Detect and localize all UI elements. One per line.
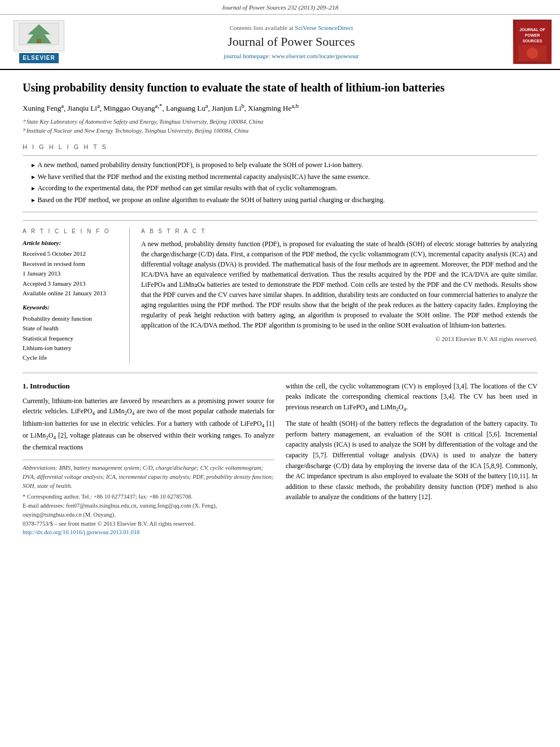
accepted-date: Accepted 3 January 2013 — [23, 279, 121, 288]
doi-link[interactable]: http://dx.doi.org/10.1016/j.jpowsour.201… — [23, 528, 274, 537]
abstract-column: A B S T R A C T A new method, probabilit… — [141, 228, 537, 364]
highlight-item-1: A new method, named probability density … — [28, 160, 537, 170]
highlight-item-3: According to the experimental data, the … — [28, 184, 537, 193]
keyword-4: Lithium-ion battery — [23, 344, 121, 352]
journal-homepage: journal homepage: www.elsevier.com/locat… — [76, 52, 507, 60]
svg-point-9 — [527, 47, 538, 59]
issn-note: 0378-7753/$ – see front matter © 2013 El… — [23, 519, 274, 528]
affiliation-a: ᵃ State Key Laboratory of Automotive Saf… — [23, 117, 537, 126]
highlights-label: H I G H L I G H T S — [23, 143, 537, 151]
introduction-paragraph-2: within the cell, the cyclic voltammogram… — [286, 381, 537, 414]
introduction-paragraph-1: Currently, lithium-ion batteries are fav… — [23, 396, 274, 453]
abstract-text: A new method, probability density functi… — [141, 239, 537, 330]
online-date: Available online 21 January 2013 — [23, 289, 121, 298]
journal-header: ELSEVIER Contents lists available at Sci… — [0, 15, 560, 70]
history-label: Article history: — [23, 239, 121, 247]
keyword-3: Statistical frequency — [23, 334, 121, 343]
abstract-label: A B S T R A C T — [141, 228, 537, 235]
keyword-5: Cycle life — [23, 353, 121, 362]
keywords-label: Keywords: — [23, 303, 121, 312]
affiliations: ᵃ State Key Laboratory of Automotive Saf… — [23, 117, 537, 136]
authors-line: Xuning Fenga, Jianqiu Lia, Minggao Ouyan… — [23, 102, 537, 114]
copyright-line: © 2013 Elsevier B.V. All rights reserved… — [141, 335, 537, 343]
svg-text:JOURNAL OF: JOURNAL OF — [519, 28, 545, 32]
corresponding-note: * Corresponding author. Tel.: +86 10 627… — [23, 492, 274, 501]
sciverse-link[interactable]: SciVerse ScienceDirect — [295, 24, 353, 31]
introduction-columns: 1. Introduction Currently, lithium-ion b… — [23, 381, 537, 537]
keyword-2: State of health — [23, 324, 121, 333]
footnotes-section: Abbreviations: BMS, battery management s… — [23, 460, 274, 537]
svg-text:POWER: POWER — [524, 33, 539, 37]
introduction-section: 1. Introduction Currently, lithium-ion b… — [23, 373, 537, 537]
revised-date: 1 January 2013 — [23, 269, 121, 278]
highlight-item-4: Based on the PDF method, we propose an o… — [28, 195, 537, 205]
abbreviations-note: Abbreviations: BMS, battery management s… — [23, 464, 274, 490]
main-content: Using probability density function to ev… — [0, 70, 560, 537]
journal-reference: Journal of Power Sources 232 (2013) 209–… — [0, 0, 560, 15]
introduction-left-column: 1. Introduction Currently, lithium-ion b… — [23, 381, 274, 537]
introduction-heading: 1. Introduction — [23, 381, 274, 391]
elsevier-image — [14, 20, 64, 51]
svg-rect-2 — [37, 39, 41, 43]
introduction-paragraph-3: The state of health (SOH) of the battery… — [286, 418, 537, 503]
svg-text:SOURCES: SOURCES — [522, 39, 542, 43]
sciverse-text: Contents lists available at SciVerse Sci… — [76, 24, 507, 32]
elsevier-logo: ELSEVIER — [8, 20, 70, 63]
homepage-url[interactable]: www.elsevier.com/locate/jpowsour — [272, 53, 358, 59]
article-title: Using probability density function to ev… — [23, 80, 537, 95]
highlights-box: A new method, named probability density … — [23, 155, 537, 212]
received-date: Received 5 October 2012 — [23, 250, 121, 258]
introduction-right-column: within the cell, the cyclic voltammogram… — [286, 381, 537, 537]
journal-title: Journal of Power Sources — [76, 33, 507, 51]
journal-center: Contents lists available at SciVerse Sci… — [76, 24, 507, 61]
email-note: E-mail addresses: fen07@mails.tsinghua.e… — [23, 501, 274, 519]
journal-cover-image: JOURNAL OF POWER SOURCES — [513, 19, 552, 64]
keyword-1: Probability density function — [23, 314, 121, 323]
article-info-column: A R T I C L E I N F O Article history: R… — [23, 228, 130, 364]
info-abstract-section: A R T I C L E I N F O Article history: R… — [23, 220, 537, 364]
highlight-item-2: We have verified that the PDF method and… — [28, 172, 537, 182]
revised-label: Received in revised form — [23, 260, 121, 268]
article-info-label: A R T I C L E I N F O — [23, 228, 121, 235]
elsevier-brand-text: ELSEVIER — [19, 53, 58, 63]
affiliation-b: ᵇ Institute of Nuclear and New Energy Te… — [23, 126, 537, 136]
